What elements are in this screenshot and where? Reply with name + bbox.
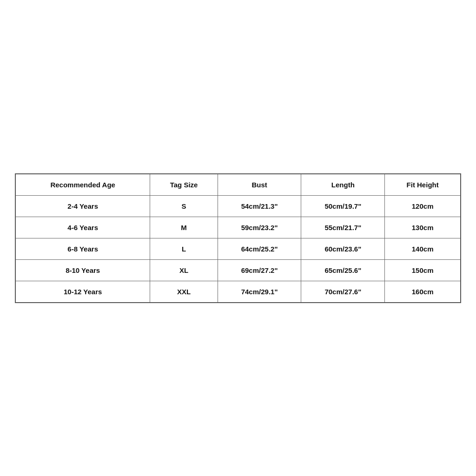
cell-1-1: M <box>150 217 218 238</box>
cell-4-1: XXL <box>150 281 218 303</box>
cell-0-1: S <box>150 195 218 217</box>
cell-0-3: 50cm/19.7" <box>301 195 385 217</box>
cell-2-4: 140cm <box>385 238 461 259</box>
table-row: 2-4 YearsS54cm/21.3"50cm/19.7"120cm <box>15 195 461 217</box>
cell-3-3: 65cm/25.6" <box>301 259 385 281</box>
header-cell-1: Tag Size <box>150 174 218 196</box>
cell-1-2: 59cm/23.2" <box>218 217 301 238</box>
cell-4-0: 10-12 Years <box>15 281 150 303</box>
cell-2-2: 64cm/25.2" <box>218 238 301 259</box>
header-cell-0: Recommended Age <box>15 174 150 196</box>
cell-3-1: XL <box>150 259 218 281</box>
cell-1-3: 55cm/21.7" <box>301 217 385 238</box>
table-body: 2-4 YearsS54cm/21.3"50cm/19.7"120cm4-6 Y… <box>15 195 461 303</box>
cell-1-0: 4-6 Years <box>15 217 150 238</box>
cell-4-4: 160cm <box>385 281 461 303</box>
table-row: 10-12 YearsXXL74cm/29.1"70cm/27.6"160cm <box>15 281 461 303</box>
cell-3-0: 8-10 Years <box>15 259 150 281</box>
table-header: Recommended AgeTag SizeBustLengthFit Hei… <box>15 174 461 196</box>
cell-0-0: 2-4 Years <box>15 195 150 217</box>
cell-0-4: 120cm <box>385 195 461 217</box>
cell-3-4: 150cm <box>385 259 461 281</box>
cell-2-0: 6-8 Years <box>15 238 150 259</box>
size-chart-container: Recommended AgeTag SizeBustLengthFit Hei… <box>15 173 461 303</box>
cell-4-3: 70cm/27.6" <box>301 281 385 303</box>
table-row: 4-6 YearsM59cm/23.2"55cm/21.7"130cm <box>15 217 461 238</box>
header-cell-2: Bust <box>218 174 301 196</box>
cell-3-2: 69cm/27.2" <box>218 259 301 281</box>
header-cell-3: Length <box>301 174 385 196</box>
table-row: 6-8 YearsL64cm/25.2"60cm/23.6"140cm <box>15 238 461 259</box>
cell-2-1: L <box>150 238 218 259</box>
header-cell-4: Fit Height <box>385 174 461 196</box>
table-row: 8-10 YearsXL69cm/27.2"65cm/25.6"150cm <box>15 259 461 281</box>
cell-1-4: 130cm <box>385 217 461 238</box>
size-chart-table: Recommended AgeTag SizeBustLengthFit Hei… <box>15 173 461 303</box>
cell-0-2: 54cm/21.3" <box>218 195 301 217</box>
cell-4-2: 74cm/29.1" <box>218 281 301 303</box>
header-row: Recommended AgeTag SizeBustLengthFit Hei… <box>15 174 461 196</box>
cell-2-3: 60cm/23.6" <box>301 238 385 259</box>
